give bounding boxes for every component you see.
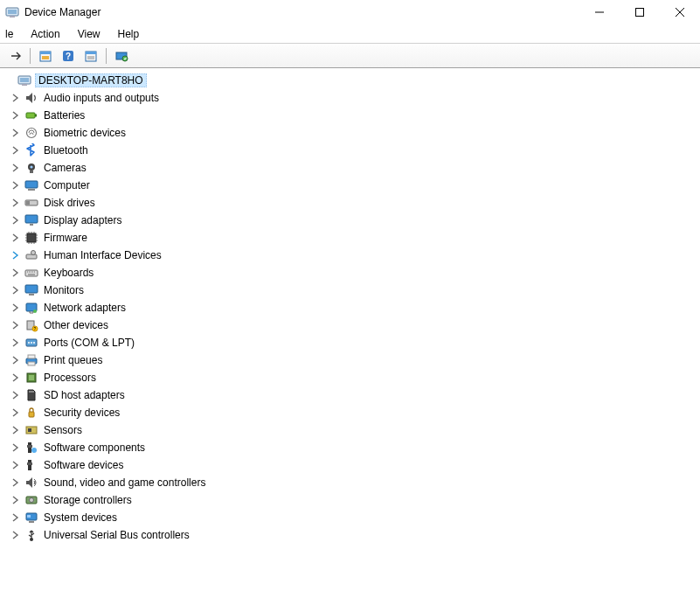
category-label[interactable]: Monitors [42, 283, 86, 297]
expander-icon[interactable] [10, 198, 21, 208]
expander-icon[interactable] [10, 302, 21, 313]
root-label[interactable]: DESKTOP-MART8HO [35, 73, 147, 87]
category-label[interactable]: Sensors [42, 423, 84, 437]
tree-category-row[interactable]: Bluetooth [3, 142, 700, 159]
category-label[interactable]: Bluetooth [42, 143, 90, 157]
category-label[interactable]: SD host adapters [42, 388, 127, 402]
tree-category-row[interactable]: Batteries [3, 107, 700, 124]
tree-category-row[interactable]: Human Interface Devices [3, 247, 700, 264]
category-label[interactable]: Sound, video and game controllers [42, 476, 207, 490]
expander-icon[interactable] [10, 425, 21, 435]
sound-icon [24, 476, 38, 490]
toolbar-show-hidden-button[interactable] [36, 46, 55, 66]
expander-icon[interactable] [10, 215, 21, 226]
tree-category-row[interactable]: Computer [3, 177, 700, 194]
toolbar-scan-hardware-button[interactable] [112, 46, 131, 66]
expander-icon[interactable] [10, 163, 21, 173]
expander-icon[interactable] [10, 233, 21, 243]
expander-icon[interactable] [10, 372, 21, 383]
expander-icon[interactable] [10, 495, 21, 505]
tree-category-row[interactable]: Print queues [3, 351, 700, 369]
tree-category-row[interactable]: Firmware [3, 229, 700, 247]
close-button[interactable] [660, 0, 700, 24]
tree-category-row[interactable]: Audio inputs and outputs [3, 89, 700, 107]
expander-icon[interactable] [10, 530, 21, 540]
expander-icon[interactable] [10, 93, 21, 103]
expander-icon[interactable] [10, 355, 21, 365]
category-label[interactable]: Audio inputs and outputs [42, 91, 161, 105]
menu-help[interactable]: Help [109, 26, 149, 42]
category-label[interactable]: Print queues [42, 353, 104, 367]
expander-icon[interactable] [10, 180, 21, 191]
tree-category-row[interactable]: Software devices [3, 456, 700, 474]
category-label[interactable]: Computer [42, 178, 92, 192]
expander-icon[interactable] [10, 442, 21, 453]
expander-icon[interactable] [10, 268, 21, 278]
maximize-button[interactable] [620, 0, 660, 24]
category-label[interactable]: Biometric devices [42, 126, 128, 140]
category-label[interactable]: Human Interface Devices [42, 248, 163, 262]
expander-icon[interactable] [10, 285, 21, 296]
toolbar [0, 44, 700, 68]
expander-icon[interactable] [10, 250, 21, 261]
tree-category-row[interactable]: Display adapters [3, 212, 700, 229]
expander-icon[interactable] [10, 320, 21, 330]
category-label[interactable]: Cameras [42, 161, 88, 175]
tree-category-row[interactable]: Universal Serial Bus controllers [3, 526, 700, 544]
category-label[interactable]: Keyboards [42, 266, 95, 280]
toolbar-help-button[interactable] [59, 46, 78, 66]
tree-root[interactable]: DESKTOP-MART8HO [3, 72, 700, 89]
swcomp-icon [24, 441, 38, 455]
computer-root-icon [17, 73, 31, 87]
expander-icon[interactable] [10, 337, 21, 348]
tree-category-row[interactable]: Sensors [3, 421, 700, 439]
tree-category-row[interactable]: Keyboards [3, 264, 700, 282]
category-label[interactable]: Other devices [42, 318, 110, 332]
tree-category-row[interactable]: Software components [3, 439, 700, 456]
expander-icon[interactable] [10, 477, 21, 488]
other-icon [24, 318, 38, 332]
category-label[interactable]: Software devices [42, 458, 125, 472]
tree-category-row[interactable]: Disk drives [3, 194, 700, 212]
category-label[interactable]: Batteries [42, 108, 87, 122]
tree-category-row[interactable]: System devices [3, 509, 700, 526]
toolbar-properties-button[interactable] [81, 46, 100, 66]
tree-category-row[interactable]: Biometric devices [3, 124, 700, 142]
category-label[interactable]: Security devices [42, 406, 121, 420]
expander-icon[interactable] [10, 145, 21, 156]
expander-icon[interactable] [10, 407, 21, 418]
toolbar-navigate-button[interactable] [5, 46, 24, 66]
category-label[interactable]: Storage controllers [42, 493, 134, 507]
tree-category-row[interactable]: Security devices [3, 404, 700, 421]
tree-category-row[interactable]: Other devices [3, 316, 700, 334]
tree-category-row[interactable]: Processors [3, 369, 700, 386]
category-label[interactable]: Ports (COM & LPT) [42, 336, 136, 350]
tree-category-row[interactable]: Monitors [3, 282, 700, 299]
menu-action[interactable]: Action [22, 26, 68, 42]
category-label[interactable]: Network adapters [42, 301, 128, 315]
camera-icon [24, 161, 38, 175]
category-label[interactable]: System devices [42, 511, 119, 525]
hid-icon [24, 248, 38, 262]
menu-file[interactable]: le [2, 26, 22, 42]
tree-category-row[interactable]: Ports (COM & LPT) [3, 334, 700, 351]
category-label[interactable]: Firmware [42, 231, 89, 245]
expander-icon[interactable] [10, 110, 21, 121]
minimize-button[interactable] [579, 0, 620, 24]
category-label[interactable]: Display adapters [42, 213, 123, 227]
expander-icon[interactable] [10, 128, 21, 138]
category-label[interactable]: Disk drives [42, 196, 97, 210]
category-label[interactable]: Software components [42, 441, 147, 455]
tree-category-row[interactable]: Cameras [3, 159, 700, 177]
tree-category-row[interactable]: Storage controllers [3, 491, 700, 509]
category-label[interactable]: Universal Serial Bus controllers [42, 528, 191, 542]
tree-category-row[interactable]: SD host adapters [3, 386, 700, 404]
expander-icon[interactable] [10, 460, 21, 470]
menu-view[interactable]: View [69, 26, 109, 42]
tree-category-row[interactable]: Network adapters [3, 299, 700, 316]
device-tree[interactable]: DESKTOP-MART8HO Audio inputs and outputs… [0, 68, 700, 591]
expander-icon[interactable] [10, 390, 21, 400]
tree-category-row[interactable]: Sound, video and game controllers [3, 474, 700, 491]
category-label[interactable]: Processors [42, 371, 98, 385]
expander-icon[interactable] [10, 512, 21, 523]
